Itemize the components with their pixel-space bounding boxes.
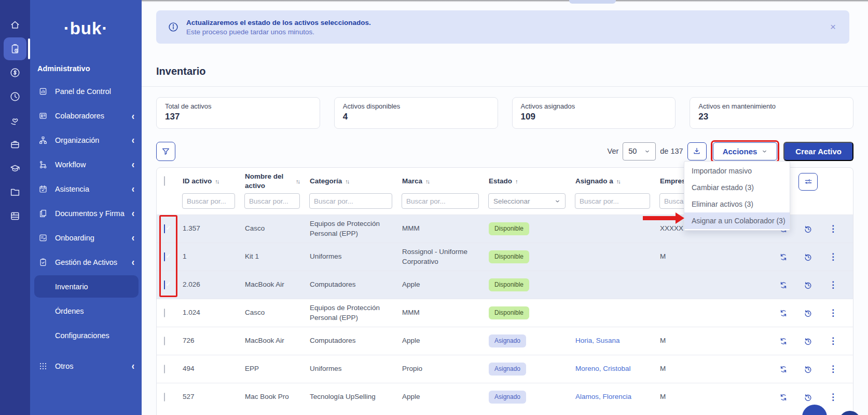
crear-activo-button[interactable]: Crear Activo <box>783 142 853 161</box>
history-icon[interactable] <box>804 393 813 402</box>
row-checkbox[interactable] <box>164 365 165 373</box>
rail-item[interactable] <box>4 61 26 84</box>
filter-funnel-button[interactable] <box>156 142 175 161</box>
cell-asignado-link[interactable] <box>570 254 655 260</box>
cell-asignado-link[interactable]: Horia, Susana <box>570 333 655 349</box>
row-checkbox[interactable] <box>164 280 165 289</box>
history-icon[interactable] <box>804 224 813 234</box>
rail-item[interactable] <box>4 157 26 180</box>
estado-filter-value: Seleccionar <box>493 197 530 205</box>
close-icon[interactable]: × <box>830 21 838 33</box>
sidebar-menu-item-otros[interactable]: Otros ‹ <box>30 354 142 378</box>
change-status-sync-icon[interactable] <box>779 309 788 318</box>
cell-asignado-link[interactable]: Alamos, Florencia <box>570 389 655 405</box>
acciones-button[interactable]: Acciones <box>713 142 778 160</box>
row-checkbox[interactable] <box>164 337 165 345</box>
rail-item[interactable] <box>4 205 26 227</box>
row-checkbox[interactable] <box>164 309 165 317</box>
stat-label: Activos asignados <box>521 102 667 110</box>
change-status-sync-icon[interactable] <box>779 337 788 346</box>
column-search-input[interactable] <box>182 193 235 209</box>
sidebar-submenu-item[interactable]: Órdenes <box>30 299 142 323</box>
history-icon[interactable] <box>804 280 813 290</box>
sidebar-menu-item[interactable]: Gestión de Activos ‹ <box>30 250 142 274</box>
history-icon[interactable] <box>804 337 813 346</box>
chevron-left-icon: ‹ <box>132 183 134 195</box>
row-checkbox[interactable] <box>164 252 165 261</box>
sidebar-menu-item[interactable]: Workflow ‹ <box>30 152 142 177</box>
sidebar-menu-item[interactable]: Onboarding ‹ <box>30 225 142 250</box>
kebab-menu-icon[interactable]: ⋮ <box>829 223 837 234</box>
select-all-checkbox[interactable] <box>164 176 165 186</box>
cell-asignado-link[interactable] <box>570 226 655 232</box>
sidebar-menu-item[interactable]: Documentos y Firma ‹ <box>30 201 142 225</box>
chevron-down-icon <box>644 149 650 154</box>
column-search-input[interactable] <box>575 193 650 209</box>
filter-cell <box>305 193 397 209</box>
column-settings-button[interactable] <box>798 173 818 191</box>
column-search-input[interactable] <box>402 193 479 209</box>
rail-item[interactable] <box>4 133 26 156</box>
sidebar-submenu-item[interactable]: Configuraciones <box>30 323 142 347</box>
sort-arrows-icon[interactable]: ↑↓ <box>296 178 299 185</box>
rail-item[interactable] <box>4 37 26 60</box>
sidebar-menu-item[interactable]: Colaboradores ‹ <box>30 103 142 128</box>
kebab-menu-icon[interactable]: ⋮ <box>829 307 837 318</box>
cell-asignado-link[interactable]: Moreno, Cristobal <box>570 361 655 377</box>
row-checkbox[interactable] <box>164 393 165 401</box>
cell-marca: Apple <box>397 389 484 405</box>
red-arrow-head <box>676 212 684 224</box>
kebab-menu-icon[interactable]: ⋮ <box>829 364 837 374</box>
sort-arrows-icon[interactable]: ↑ <box>515 178 517 185</box>
acciones-menu-item[interactable]: Asignar a un Colaborador (3) <box>684 212 790 229</box>
rail-item[interactable] <box>4 109 26 132</box>
folder-icon <box>9 186 21 198</box>
estado-filter-select[interactable]: Seleccionar <box>488 193 566 209</box>
stat-card: Total de activos 137 <box>156 97 320 129</box>
clock-icon <box>9 91 21 102</box>
row-checkbox[interactable] <box>164 224 165 233</box>
cell-asignado-link[interactable] <box>570 310 655 316</box>
history-icon[interactable] <box>804 365 813 374</box>
kebab-menu-icon[interactable]: ⋮ <box>829 392 837 403</box>
id-card-icon <box>38 111 48 121</box>
column-header-label: ID activo <box>183 177 212 186</box>
header-checkbox-cell <box>157 177 177 186</box>
acciones-menu-item[interactable]: Importador masivo <box>684 163 790 179</box>
sidebar-item-label: Gestión de Activos <box>55 258 117 266</box>
history-icon[interactable] <box>804 309 813 318</box>
kebab-menu-icon[interactable]: ⋮ <box>829 251 837 262</box>
acciones-menu-item[interactable]: Eliminar activos (3) <box>684 196 790 212</box>
sort-arrows-icon[interactable]: ↑↓ <box>425 178 429 185</box>
sort-arrows-icon[interactable]: ↑↓ <box>345 178 349 185</box>
sidebar-menu-item[interactable]: Panel de Control ‹ <box>30 79 142 103</box>
cell-empresa: M <box>655 389 717 405</box>
kebab-menu-icon[interactable]: ⋮ <box>829 336 837 346</box>
rail-item[interactable] <box>4 14 26 36</box>
sidebar-menu-item[interactable]: Asistencia ‹ <box>30 177 142 201</box>
rail-item[interactable] <box>4 181 26 204</box>
download-button[interactable] <box>687 142 707 160</box>
acciones-menu-item[interactable]: Cambiar estado (3) <box>684 179 790 196</box>
kebab-menu-icon[interactable]: ⋮ <box>829 279 837 290</box>
change-status-sync-icon[interactable] <box>779 280 788 290</box>
history-icon[interactable] <box>804 252 813 262</box>
change-status-sync-icon[interactable] <box>779 252 788 262</box>
change-status-sync-icon[interactable] <box>779 365 788 374</box>
rail-item[interactable] <box>4 85 26 108</box>
sidebar-submenu-item[interactable]: Inventario <box>34 275 139 298</box>
change-status-sync-icon[interactable] <box>779 393 788 402</box>
banner-title: Actualizaremos el estado de los activos … <box>186 19 371 26</box>
column-search-input[interactable] <box>309 193 392 209</box>
cell-asignado-link[interactable] <box>570 282 655 288</box>
column-search-input[interactable] <box>244 193 300 209</box>
sidebar-menu-item[interactable]: Organización ‹ <box>30 128 142 152</box>
sort-arrows-icon[interactable]: ↑↓ <box>616 178 620 185</box>
column-header: Estado ↑ <box>484 177 570 186</box>
sort-arrows-icon[interactable]: ↑↓ <box>215 178 218 185</box>
total-count-label: de 137 <box>660 147 683 155</box>
cell-categoria: Uniformes <box>305 249 397 264</box>
cell-nombre: Mac Book Pro <box>240 389 305 405</box>
stat-label: Activos en mantenimiento <box>698 102 845 110</box>
page-size-select[interactable]: 50 <box>623 142 656 160</box>
